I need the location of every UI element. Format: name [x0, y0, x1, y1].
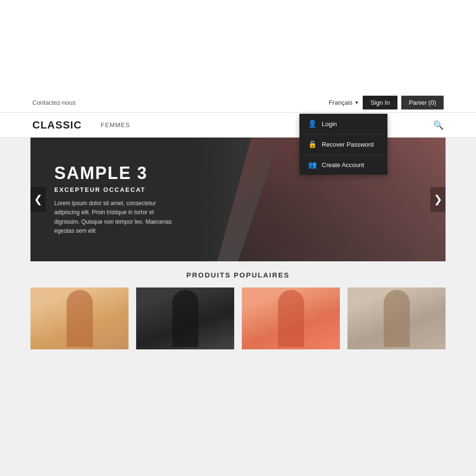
- login-item[interactable]: 👤 Login: [299, 114, 387, 134]
- product-card[interactable]: [30, 288, 129, 349]
- nav-bar: CLASSIC FEMMES 🔍: [0, 113, 476, 138]
- products-grid: [30, 288, 446, 349]
- lock-icon: 🔒: [308, 140, 317, 149]
- product-figure: [172, 290, 198, 347]
- hero-title: SAMPLE 3: [54, 163, 178, 183]
- hero-wrapper-outer: SAMPLE 3 EXCEPTEUR OCCAECAT Lorem ipsum …: [0, 138, 476, 261]
- account-dropdown: 👤 Login 🔒 Recover Password 👥 Create Acco…: [299, 114, 387, 175]
- products-section: PRODUITS POPULAIRES: [0, 261, 476, 349]
- product-image-2: [136, 288, 234, 349]
- top-bar: Contactez-nous Français ▼ Sign In Panier…: [0, 93, 476, 113]
- cart-button[interactable]: Panier (0): [401, 96, 444, 109]
- product-image-4: [347, 288, 446, 349]
- hero-next-button[interactable]: ❯: [430, 187, 446, 212]
- hero-description: Lorem ipsum dolor sit amet, consectetur …: [54, 199, 178, 236]
- product-card[interactable]: [242, 288, 340, 349]
- contact-link[interactable]: Contactez-nous: [32, 99, 76, 106]
- hero-text-block: SAMPLE 3 EXCEPTEUR OCCAECAT Lorem ipsum …: [30, 163, 202, 236]
- product-image-1: [30, 288, 129, 349]
- nav-femmes[interactable]: FEMMES: [101, 121, 130, 129]
- page-wrapper: Contactez-nous Français ▼ Sign In Panier…: [0, 0, 476, 476]
- add-person-icon: 👥: [308, 160, 317, 169]
- product-image-3: [242, 288, 340, 349]
- product-figure: [384, 290, 410, 347]
- product-figure: [278, 290, 304, 347]
- search-icon: 🔍: [433, 120, 444, 130]
- person-icon: 👤: [308, 119, 317, 128]
- brand-logo[interactable]: CLASSIC: [32, 119, 82, 131]
- hero-subtitle: EXCEPTEUR OCCAECAT: [54, 186, 178, 193]
- products-section-title: PRODUITS POPULAIRES: [30, 271, 446, 279]
- top-bar-right: Français ▼ Sign In Panier (0) 👤 Login 🔒 …: [329, 96, 444, 109]
- language-selector[interactable]: Français ▼: [329, 99, 359, 106]
- recover-password-item[interactable]: 🔒 Recover Password: [299, 134, 387, 155]
- product-card[interactable]: [347, 288, 446, 349]
- search-button[interactable]: 🔍: [433, 120, 444, 130]
- create-account-item[interactable]: 👥 Create Account: [299, 155, 387, 175]
- caret-icon: ▼: [355, 100, 359, 105]
- top-spacer: [0, 0, 476, 93]
- product-card[interactable]: [136, 288, 234, 349]
- hero-prev-button[interactable]: ❮: [30, 187, 46, 212]
- product-figure: [67, 290, 93, 347]
- sign-in-button[interactable]: Sign In: [363, 96, 397, 109]
